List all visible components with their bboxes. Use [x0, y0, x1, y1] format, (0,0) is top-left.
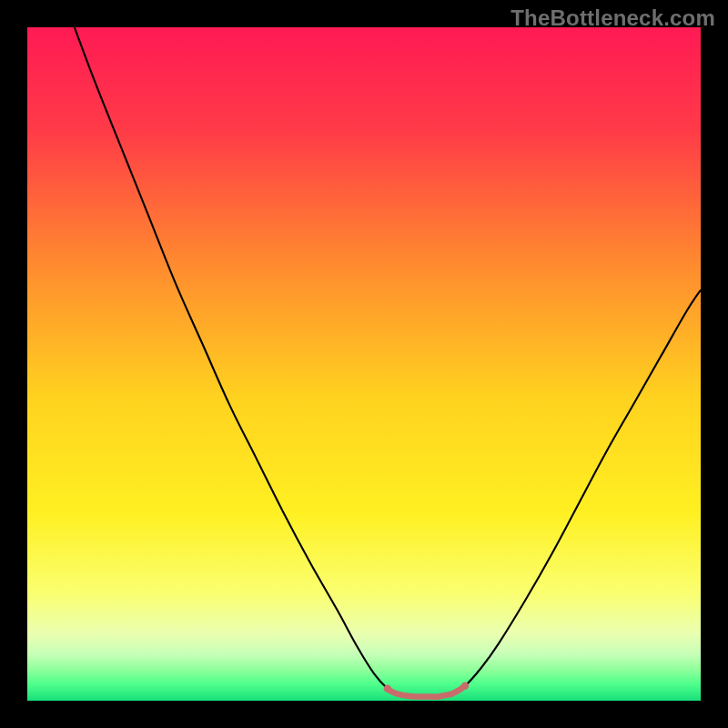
curves-layer [27, 27, 701, 701]
trough-highlight [384, 682, 469, 697]
plot-area [27, 27, 701, 701]
chart-frame: TheBottleneck.com [0, 0, 728, 728]
svg-point-2 [461, 682, 469, 690]
main-v-curve [75, 27, 701, 697]
svg-point-1 [384, 684, 391, 692]
